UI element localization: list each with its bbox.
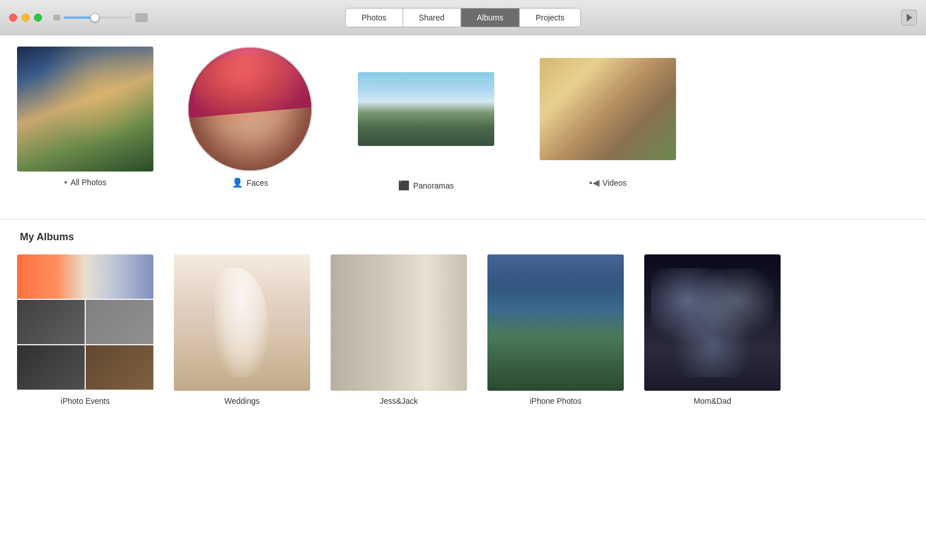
tab-photos[interactable]: Photos	[345, 9, 403, 27]
face-hat-decoration	[187, 47, 312, 118]
tab-albums[interactable]: Albums	[461, 9, 520, 27]
zoom-slider-area	[53, 13, 148, 22]
album-all-photos[interactable]: ▪ All Photos	[17, 47, 165, 191]
minimize-button[interactable]	[22, 14, 30, 22]
all-photos-label: ▪ All Photos	[64, 177, 107, 187]
faces-label: 👤 Faces	[232, 177, 268, 188]
tab-projects[interactable]: Projects	[520, 9, 581, 27]
videos-thumbnail	[540, 47, 676, 160]
panoramas-thumbnail	[358, 47, 494, 146]
zoom-small-icon	[53, 15, 60, 20]
iphoto-events-thumbnail	[17, 254, 153, 391]
jessjack-thumbnail	[331, 254, 467, 391]
faces-thumbnail	[187, 47, 312, 172]
momdad-thumbnail	[644, 254, 781, 391]
forward-arrow-icon	[907, 14, 912, 22]
my-albums-title: My Albums	[17, 231, 909, 243]
panoramas-icon: ⬛	[398, 180, 410, 191]
album-videos[interactable]: ▪◀ Videos	[517, 47, 699, 191]
album-momdad[interactable]: Mom&Dad	[634, 254, 791, 406]
faces-icon: 👤	[232, 177, 243, 188]
traffic-lights	[9, 14, 42, 22]
iphone-photos-thumbnail	[487, 254, 624, 391]
momdad-label: Mom&Dad	[694, 396, 731, 406]
collage-cell-4	[17, 345, 85, 390]
faces-image	[187, 47, 312, 172]
collage-cell-2	[17, 300, 85, 344]
videos-image	[540, 58, 676, 160]
iphone-photos-label: iPhone Photos	[529, 396, 581, 406]
videos-icon: ▪◀	[589, 177, 599, 188]
nav-tabs: Photos Shared Albums Projects	[345, 8, 581, 27]
album-panoramas[interactable]: ⬛ Panoramas	[335, 47, 517, 191]
zoom-slider[interactable]	[64, 16, 132, 19]
forward-button[interactable]	[901, 10, 917, 26]
album-iphoto-events[interactable]: iPhoto Events	[17, 254, 164, 406]
jessjack-label: Jess&Jack	[380, 396, 418, 406]
album-iphone-photos[interactable]: iPhone Photos	[477, 254, 634, 406]
album-faces[interactable]: 👤 Faces	[165, 47, 335, 191]
collage-cell-3	[86, 300, 153, 344]
section-divider	[0, 219, 926, 220]
panoramas-image	[358, 72, 494, 146]
weddings-label: Weddings	[224, 396, 260, 406]
all-photos-image	[17, 47, 153, 172]
my-albums-grid: iPhoto Events Weddings Jess&Jack iPhone …	[17, 254, 909, 406]
all-photos-thumbnail	[17, 47, 153, 172]
all-photos-icon: ▪	[64, 177, 68, 187]
weddings-thumbnail	[174, 254, 310, 391]
tab-shared[interactable]: Shared	[403, 9, 461, 27]
main-content: ▪ All Photos 👤 Faces ⬛ Panoramas	[0, 35, 926, 560]
collage-cell-1	[17, 254, 153, 299]
panoramas-label: ⬛ Panoramas	[398, 180, 454, 191]
album-weddings[interactable]: Weddings	[164, 254, 320, 406]
zoom-large-icon	[135, 13, 148, 22]
videos-label: ▪◀ Videos	[589, 177, 627, 188]
iphoto-events-label: iPhoto Events	[61, 396, 110, 406]
titlebar: Photos Shared Albums Projects	[0, 0, 926, 35]
maximize-button[interactable]	[34, 14, 42, 22]
smart-albums-row: ▪ All Photos 👤 Faces ⬛ Panoramas	[17, 47, 909, 202]
album-jessjack[interactable]: Jess&Jack	[320, 254, 477, 406]
collage-cell-5	[86, 345, 153, 390]
close-button[interactable]	[9, 14, 17, 22]
